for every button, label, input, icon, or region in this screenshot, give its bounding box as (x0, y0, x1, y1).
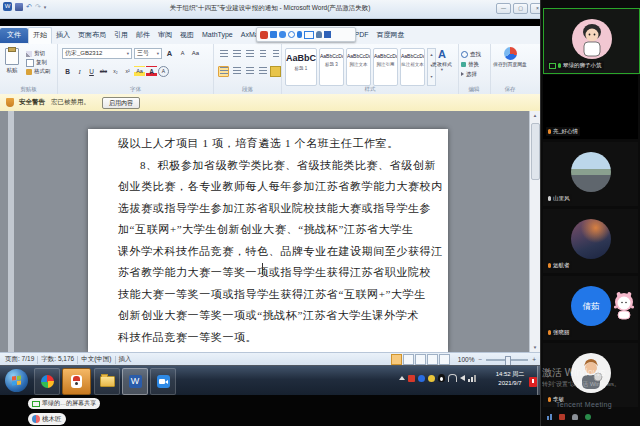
italic-icon[interactable]: I (74, 66, 85, 77)
tray-qq-icon[interactable] (438, 374, 445, 382)
multilevel-list-icon[interactable] (244, 49, 255, 60)
view-outline-icon[interactable] (427, 354, 438, 365)
change-case-icon[interactable]: Aa (190, 48, 201, 59)
scrollbar-down-icon[interactable]: ▼ (530, 343, 540, 352)
text-highlight-icon[interactable]: Aa (134, 66, 145, 77)
view-draft-icon[interactable] (439, 354, 450, 365)
tab-mathtype[interactable]: MathType (198, 29, 237, 41)
zoom-in-icon[interactable]: + (532, 356, 536, 363)
tab-view[interactable]: 视图 (176, 28, 198, 43)
superscript-icon[interactable]: x² (122, 66, 133, 77)
status-insert-mode[interactable]: 插入 (119, 355, 132, 364)
taskbar-explorer-button[interactable] (94, 368, 120, 395)
annotation-screen-icon[interactable] (304, 31, 314, 39)
font-name-combobox[interactable]: 仿宋_GB2312 ▾ (62, 48, 132, 59)
tab-home[interactable]: 开始 (28, 27, 52, 44)
green-tray-icon[interactable] (585, 414, 591, 420)
select-button[interactable]: 选择 (461, 69, 481, 79)
tray-network-icon[interactable] (468, 375, 476, 382)
decrease-indent-icon[interactable] (257, 49, 268, 60)
view-print-layout-icon[interactable] (391, 354, 402, 365)
undo-icon[interactable]: ↶ (26, 3, 32, 11)
zoom-level[interactable]: 100% (458, 356, 475, 363)
taskbar-meeting-button[interactable] (150, 368, 176, 395)
tray-yellow-icon[interactable] (428, 375, 435, 382)
tray-360-icon[interactable] (408, 375, 415, 382)
zoom-slider-thumb[interactable] (505, 356, 511, 366)
tab-insert[interactable]: 插入 (52, 28, 74, 43)
tray-blue-icon[interactable] (418, 375, 425, 382)
tray-headset-icon[interactable] (448, 374, 457, 382)
tab-file[interactable]: 文件 (0, 28, 28, 43)
shrink-font-icon[interactable]: A (177, 48, 188, 59)
format-painter-button[interactable]: 格式刷 (26, 67, 51, 76)
qat-dropdown-icon[interactable]: ▾ (44, 4, 47, 10)
style-heading3[interactable]: AaBbCcDd 标题 3 (319, 48, 344, 86)
strikethrough-icon[interactable]: abc (98, 66, 109, 77)
save-icon[interactable] (15, 3, 23, 11)
participant-tile[interactable]: 亮_好心情 (543, 75, 638, 139)
minimize-button[interactable]: — (496, 3, 511, 14)
tray-speaker-icon[interactable] (460, 375, 465, 381)
participant-tile[interactable]: 倩茹 张晓丽 (543, 276, 638, 340)
taskbar-clock[interactable]: 14:52 周二 2021/9/7 (488, 370, 532, 388)
bold-icon[interactable]: B (62, 66, 73, 77)
find-button[interactable]: 查找 (461, 49, 481, 59)
status-page-count[interactable]: 页面: 7/19 (5, 355, 34, 364)
style-footnote-text[interactable]: AaBbCcDdE 脚注文本 (346, 48, 371, 86)
tray-up-arrow-icon[interactable] (399, 376, 405, 380)
taskbar-word-button[interactable]: W (122, 368, 148, 395)
scrollbar-thumb[interactable] (531, 123, 540, 180)
tab-references[interactable]: 引用 (110, 28, 132, 43)
red-tray-icon[interactable] (559, 414, 565, 420)
save-to-baidu-button[interactable]: 保存到百度网盘 (493, 47, 527, 68)
replace-button[interactable]: 替换 (461, 59, 481, 69)
copy-button[interactable]: 复制 (26, 58, 51, 67)
maximize-button[interactable]: ▢ (513, 3, 528, 14)
style-heading1[interactable]: AaBbC 标题 1 (285, 48, 317, 86)
increase-indent-icon[interactable] (270, 49, 281, 60)
start-button[interactable] (5, 369, 28, 392)
align-distribute-icon[interactable] (218, 66, 229, 77)
cut-button[interactable]: 剪切 (26, 49, 51, 58)
underline-icon[interactable]: U (86, 66, 97, 77)
status-word-count[interactable]: 字数: 5,176 (41, 355, 74, 364)
chart-tray-icon[interactable] (547, 414, 552, 420)
tab-review[interactable]: 审阅 (154, 28, 176, 43)
taskbar-active-app-button[interactable] (62, 368, 91, 395)
enclose-char-icon[interactable]: A (158, 66, 169, 77)
tab-mailings[interactable]: 邮件 (132, 28, 154, 43)
zoom-out-icon[interactable]: − (478, 356, 482, 363)
status-language[interactable]: 中文(中国) (81, 355, 111, 364)
bullets-icon[interactable] (218, 49, 229, 60)
view-web-layout-icon[interactable] (415, 354, 426, 365)
enable-content-button[interactable]: 启用内容 (102, 97, 140, 109)
subscript-icon[interactable]: x₂ (110, 66, 121, 77)
line-spacing-icon[interactable] (257, 66, 268, 77)
grow-font-icon[interactable]: A (164, 48, 175, 59)
align-right-icon[interactable] (244, 66, 255, 77)
change-styles-button[interactable]: A 更改样式 ▾ (428, 48, 456, 72)
scrollbar-up-icon[interactable]: ▲ (530, 111, 540, 120)
vertical-scrollbar[interactable]: ▲ ▼ (529, 111, 540, 352)
participant-tile[interactable]: 山里风 (543, 142, 638, 206)
participant-tile[interactable]: 远航者 (543, 209, 638, 273)
font-color-icon[interactable]: A (146, 66, 157, 77)
meeting-annotation-toolbar[interactable] (256, 27, 356, 42)
align-center-icon[interactable] (231, 66, 242, 77)
document-page[interactable]: 级以上人才项目 1 项，培育遴选 1 个名班主任工作室。 8、积极参加省级教学类… (88, 129, 448, 352)
style-comment-text[interactable]: AaBbCcDdE 批注框文本 (400, 48, 425, 86)
font-size-combobox[interactable]: 三号 ▾ (134, 48, 162, 59)
annotation-mic-icon[interactable] (297, 31, 302, 38)
redo-icon[interactable]: ↷ (35, 3, 41, 11)
annotation-shape-icon[interactable] (288, 31, 295, 38)
annotation-pen-icon[interactable] (279, 31, 286, 38)
paste-button[interactable]: 粘贴 (5, 48, 19, 74)
tab-page-layout[interactable]: 页面布局 (74, 28, 110, 43)
zoom-slider[interactable] (486, 359, 528, 361)
annotation-member-icon[interactable] (316, 31, 322, 38)
taskbar-360-button[interactable] (34, 368, 60, 395)
tray-alert-badge[interactable] (529, 377, 537, 387)
annotation-more-icon[interactable] (324, 31, 331, 38)
style-footnote-ref[interactable]: AaBbCcDdE 脚注引用 (373, 48, 398, 86)
